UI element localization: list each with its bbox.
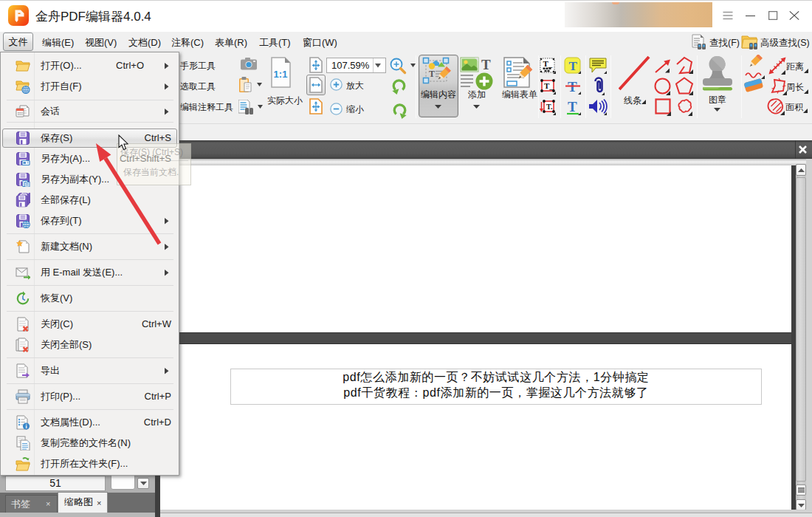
svg-text:T: T [429,69,435,79]
svg-text:T_: T_ [544,81,554,90]
svg-text:i: i [25,423,27,430]
svg-text:T: T [568,99,577,114]
svg-text:T_: T_ [543,59,553,68]
svg-text:T: T [569,59,578,73]
svg-text:T.: T. [546,103,553,111]
svg-text:1:1: 1:1 [274,69,288,80]
svg-text:T: T [481,57,491,72]
